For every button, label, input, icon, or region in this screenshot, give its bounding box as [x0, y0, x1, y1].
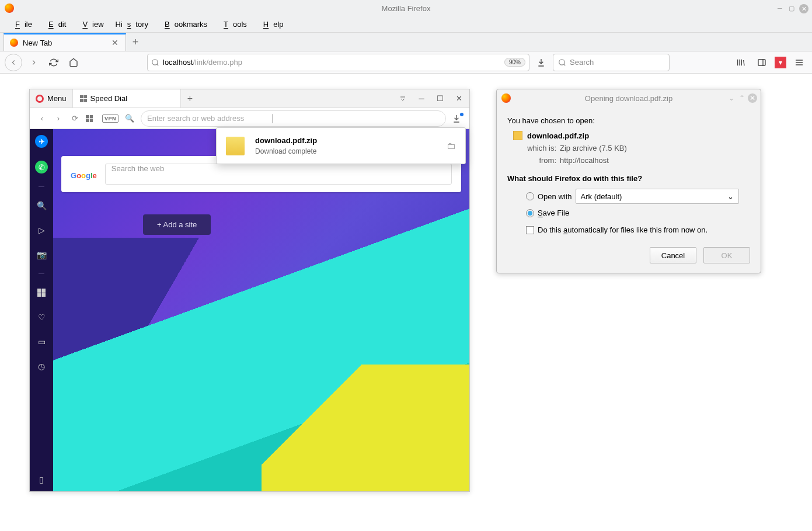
firefox-icon	[501, 93, 511, 103]
opera-downloads-button[interactable]	[452, 114, 462, 123]
firefox-open-dialog: Opening download.pdf.zip ⌄ ⌃ ✕ You have …	[496, 89, 761, 273]
bookmarks-icon[interactable]: ♡	[36, 311, 47, 323]
forward-button[interactable]	[26, 54, 42, 71]
menu-edit[interactable]: Edit	[39, 19, 71, 30]
search-icon	[151, 58, 159, 67]
firefox-icon	[10, 39, 18, 47]
show-in-folder-icon[interactable]: 🗀	[447, 141, 456, 151]
history-icon[interactable]: ◷	[36, 360, 47, 372]
zoom-indicator[interactable]: 90%	[504, 58, 525, 67]
download-filename: download.pdf.zip	[255, 136, 436, 145]
opera-downloads-popup: download.pdf.zip Download complete 🗀	[216, 127, 466, 164]
checkbox-auto[interactable]	[526, 226, 534, 234]
search-bar[interactable]: Search	[553, 54, 670, 71]
dialog-intro: You have chosen to open:	[507, 116, 750, 125]
add-site-button[interactable]: + Add a site	[143, 214, 211, 235]
back-button[interactable]	[5, 54, 22, 71]
speed-dial-icon[interactable]	[36, 287, 47, 299]
search-icon	[558, 58, 566, 67]
menu-tools[interactable]: Tools	[214, 19, 252, 30]
home-button[interactable]	[65, 54, 82, 71]
close-tab-icon[interactable]: ✕	[110, 37, 120, 48]
opera-maximize-icon[interactable]: ☐	[432, 91, 448, 107]
address-bar[interactable]: localhost/link/demo.php 90%	[147, 54, 529, 71]
cancel-button[interactable]: Cancel	[650, 247, 696, 263]
menubar: File Edit View History Bookmarks Tools H…	[0, 16, 812, 33]
opera-icon	[36, 95, 44, 103]
dialog-title: Opening download.pdf.zip	[585, 94, 672, 103]
menu-bookmarks[interactable]: Bookmarks	[155, 19, 212, 30]
radio-save-file[interactable]	[526, 209, 534, 217]
menu-help[interactable]: Help	[254, 19, 288, 30]
google-logo: Google	[71, 166, 97, 182]
file-source: http://localhost	[560, 156, 750, 165]
messenger-icon[interactable]: ✈	[35, 135, 48, 148]
url-text: localhost/link/demo.php	[163, 58, 501, 67]
window-close-icon[interactable]: ✕	[799, 4, 808, 13]
divider	[39, 186, 44, 187]
opera-reload-button[interactable]: ⟳	[69, 114, 80, 123]
pocket-icon[interactable]: ▾	[775, 57, 786, 68]
news-icon[interactable]: ▭	[36, 336, 47, 348]
chevron-down-icon[interactable]: ⌄	[727, 93, 736, 103]
ok-button[interactable]: OK	[703, 247, 750, 263]
text-cursor-icon: │	[271, 114, 276, 123]
google-search-input[interactable]: Search the web	[105, 164, 452, 185]
menu-history[interactable]: History	[111, 19, 153, 30]
speed-dial-icon	[80, 95, 87, 102]
zip-file-icon	[226, 137, 245, 155]
tab-label: New Tab	[23, 39, 52, 47]
dialog-filename: download.pdf.zip	[527, 131, 589, 140]
svg-point-0	[152, 59, 158, 64]
opera-address-bar[interactable]: Enter search or web address │	[141, 110, 446, 127]
opera-extensions-icon[interactable]	[86, 115, 96, 122]
whatsapp-icon[interactable]: ✆	[35, 161, 48, 173]
radio-open-with[interactable]	[526, 192, 534, 200]
chevron-down-icon: ⌄	[727, 192, 734, 201]
flow-icon[interactable]: ▷	[36, 224, 47, 236]
vpn-badge[interactable]: VPN	[102, 114, 119, 123]
opera-sidebar: ✈ ✆ 🔍 ▷ 📷 ♡ ▭ ◷ ▯	[30, 129, 53, 491]
download-item[interactable]: download.pdf.zip Download complete 🗀	[217, 128, 465, 164]
zip-file-icon	[513, 131, 522, 140]
tab-strip: New Tab ✕ +	[0, 33, 812, 51]
window-title: Mozilla Firefox	[382, 4, 431, 13]
menu-view[interactable]: View	[73, 19, 108, 30]
menu-file[interactable]: File	[6, 19, 37, 30]
opera-forward-button[interactable]: ›	[53, 114, 64, 123]
opera-minimize-icon[interactable]: ─	[413, 91, 430, 107]
tabs-dropdown-icon[interactable]	[395, 91, 411, 107]
window-minimize-icon[interactable]: ─	[776, 4, 784, 12]
downloads-button[interactable]	[533, 54, 549, 71]
navigation-toolbar: localhost/link/demo.php 90% Search ▾	[0, 51, 812, 74]
search-placeholder: Search	[570, 58, 594, 67]
new-tab-button[interactable]: +	[126, 33, 145, 51]
sidebar-icon[interactable]	[754, 54, 770, 71]
window-maximize-icon[interactable]: ▢	[787, 4, 796, 12]
search-icon[interactable]: 🔍	[36, 200, 47, 211]
snapshot-icon[interactable]: 📷	[36, 249, 47, 261]
divider	[39, 273, 44, 274]
dialog-close-icon[interactable]: ✕	[748, 93, 757, 103]
search-icon: 🔍	[124, 114, 135, 123]
sidebar-settings-icon[interactable]: ▯	[36, 474, 47, 485]
hamburger-menu-icon[interactable]	[791, 54, 807, 71]
open-with-dropdown[interactable]: Ark (default) ⌄	[576, 189, 739, 204]
library-icon[interactable]	[733, 54, 749, 71]
file-type: Zip archive (7.5 KB)	[560, 144, 750, 152]
reload-button[interactable]	[46, 54, 62, 71]
opera-new-tab-button[interactable]: +	[181, 93, 200, 104]
svg-rect-2	[758, 59, 765, 65]
opera-back-button[interactable]: ‹	[37, 114, 47, 123]
svg-point-1	[559, 59, 564, 64]
window-titlebar: Mozilla Firefox ─ ▢ ✕	[0, 0, 812, 16]
opera-close-icon[interactable]: ✕	[451, 91, 467, 107]
tab-new-tab[interactable]: New Tab ✕	[4, 33, 126, 51]
firefox-icon	[5, 4, 14, 13]
dialog-question: What should Firefox do with this file?	[507, 174, 750, 183]
download-status: Download complete	[255, 147, 436, 155]
opera-menu-button[interactable]: Menu	[30, 89, 73, 107]
chevron-up-icon[interactable]: ⌃	[737, 93, 747, 103]
speed-dial-page: Google Search the web + Add a site	[53, 129, 469, 491]
opera-tab-speed-dial[interactable]: Speed Dial	[73, 89, 181, 107]
